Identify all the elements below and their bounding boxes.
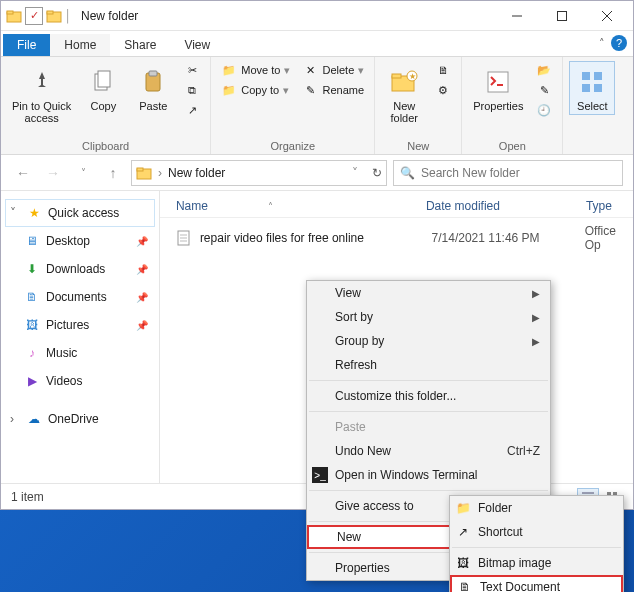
ctx-terminal[interactable]: >_Open in Windows Terminal — [307, 463, 550, 487]
select-label: Select — [577, 100, 608, 112]
new-folder-icon: ★ — [390, 64, 418, 100]
folder-small-icon — [45, 7, 63, 25]
new-extras: 🗎 ⚙ — [431, 61, 455, 99]
ctx-new-textdoc[interactable]: 🗎Text Document — [450, 575, 623, 592]
search-box[interactable]: 🔍 Search New folder — [393, 160, 623, 186]
nav-onedrive[interactable]: › ☁ OneDrive — [5, 405, 155, 433]
copy-to-button[interactable]: 📁Copy to ▾ — [217, 81, 294, 99]
nav-item-label: Downloads — [46, 262, 105, 276]
pin-icon: 📌 — [136, 236, 148, 247]
collapse-ribbon-icon[interactable]: ˄ — [599, 37, 605, 50]
svg-text:★: ★ — [409, 72, 416, 81]
new-folder-button[interactable]: ★ New folder — [381, 61, 427, 127]
context-submenu-new: 📁Folder ↗Shortcut 🖼Bitmap image 🗎Text Do… — [449, 495, 624, 592]
open-button[interactable]: 📂 — [532, 61, 556, 79]
nav-videos[interactable]: ▶Videos — [5, 367, 155, 395]
file-date: 7/14/2021 11:46 PM — [432, 231, 585, 245]
copy-path-button[interactable]: ⧉ — [180, 81, 204, 99]
svg-rect-20 — [594, 84, 602, 92]
minimize-button[interactable] — [494, 2, 539, 30]
tab-share[interactable]: Share — [110, 34, 170, 56]
ctx-sort-by[interactable]: Sort by▶ — [307, 305, 550, 329]
address-text: New folder — [168, 166, 225, 180]
forward-button[interactable]: → — [41, 165, 65, 181]
col-type[interactable]: Type — [586, 199, 633, 213]
col-name[interactable]: Name˄ — [176, 199, 426, 213]
edit-button[interactable]: ✎ — [532, 81, 556, 99]
ctx-new-shortcut[interactable]: ↗Shortcut — [450, 520, 623, 544]
paste-button[interactable]: Paste — [130, 61, 176, 115]
pin-icon: 📌 — [136, 264, 148, 275]
nav-quick-access[interactable]: ˅ ★ Quick access — [5, 199, 155, 227]
properties-button[interactable]: Properties — [468, 61, 528, 115]
titlebar: ✓ │ New folder — [1, 1, 633, 31]
file-row[interactable]: repair video files for free online 7/14/… — [160, 218, 633, 258]
easy-access-button[interactable]: ⚙ — [431, 81, 455, 99]
nav-pictures[interactable]: 🖼Pictures📌 — [5, 311, 155, 339]
nav-downloads[interactable]: ⬇Downloads📌 — [5, 255, 155, 283]
qat-toggle-icon[interactable]: ✓ — [25, 7, 43, 25]
path-icon: ⧉ — [184, 82, 200, 98]
cut-button[interactable]: ✂ — [180, 61, 204, 79]
ctx-new-folder[interactable]: 📁Folder — [450, 496, 623, 520]
column-headers: Name˄ Date modified Type — [160, 191, 633, 218]
open-group-label: Open — [499, 140, 526, 152]
svg-rect-17 — [582, 72, 590, 80]
svg-rect-5 — [557, 11, 566, 20]
folder-small-icon — [5, 7, 23, 25]
shortcut-icon: ↗ — [184, 102, 200, 118]
nav-documents[interactable]: 🗎Documents📌 — [5, 283, 155, 311]
pin-icon — [30, 64, 54, 100]
history-button[interactable]: 🕘 — [532, 101, 556, 119]
chevron-right-icon: ▶ — [532, 288, 540, 299]
maximize-button[interactable] — [539, 2, 584, 30]
tab-home[interactable]: Home — [50, 34, 110, 56]
up-button[interactable]: ↑ — [101, 165, 125, 181]
back-button[interactable]: ← — [11, 165, 35, 181]
nav-item-label: Videos — [46, 374, 82, 388]
ribbon-group-new: ★ New folder 🗎 ⚙ New — [375, 57, 462, 154]
refresh-icon[interactable]: ↻ — [372, 166, 382, 180]
nav-desktop[interactable]: 🖥Desktop📌 — [5, 227, 155, 255]
delete-button[interactable]: ✕Delete ▾ — [298, 61, 368, 79]
videos-icon: ▶ — [24, 373, 40, 389]
ctx-undo[interactable]: Undo NewCtrl+Z — [307, 439, 550, 463]
paste-label: Paste — [139, 100, 167, 112]
terminal-icon: >_ — [312, 467, 328, 483]
rename-icon: ✎ — [302, 82, 318, 98]
copyto-icon: 📁 — [221, 82, 237, 98]
ctx-group-by[interactable]: Group by▶ — [307, 329, 550, 353]
chevron-right-icon: › — [10, 412, 20, 426]
paste-shortcut-button[interactable]: ↗ — [180, 101, 204, 119]
select-button[interactable]: Select — [569, 61, 615, 115]
col-date[interactable]: Date modified — [426, 199, 586, 213]
close-button[interactable] — [584, 2, 629, 30]
new-group-label: New — [407, 140, 429, 152]
new-folder-label: New folder — [390, 100, 418, 124]
tab-view[interactable]: View — [170, 34, 224, 56]
ribbon-group-open: Properties 📂 ✎ 🕘 Open — [462, 57, 563, 154]
easy-access-icon: ⚙ — [435, 82, 451, 98]
chevron-down-icon[interactable]: ˅ — [352, 166, 358, 180]
search-icon: 🔍 — [400, 166, 415, 180]
sort-indicator-icon: ˄ — [268, 201, 273, 212]
ctx-customize[interactable]: Customize this folder... — [307, 384, 550, 408]
new-item-button[interactable]: 🗎 — [431, 61, 455, 79]
nav-music[interactable]: ♪Music — [5, 339, 155, 367]
address-box[interactable]: › New folder ˅ ↻ — [131, 160, 387, 186]
moveto-label: Move to — [241, 64, 280, 76]
copy-button[interactable]: Copy — [80, 61, 126, 115]
pin-quick-access-button[interactable]: Pin to Quick access — [7, 61, 76, 127]
ctx-new-bitmap[interactable]: 🖼Bitmap image — [450, 551, 623, 575]
ctx-refresh[interactable]: Refresh — [307, 353, 550, 377]
clipboard-group-label: Clipboard — [82, 140, 129, 152]
ctx-paste: Paste — [307, 415, 550, 439]
rename-button[interactable]: ✎Rename — [298, 81, 368, 99]
ctx-view[interactable]: View▶ — [307, 281, 550, 305]
file-tab[interactable]: File — [3, 34, 50, 56]
move-to-button[interactable]: 📁Move to ▾ — [217, 61, 294, 79]
svg-rect-9 — [98, 71, 110, 87]
ribbon-tabbar: File Home Share View ˄ ? — [1, 31, 633, 57]
help-icon[interactable]: ? — [611, 35, 627, 51]
recent-dropdown[interactable]: ˅ — [71, 167, 95, 178]
